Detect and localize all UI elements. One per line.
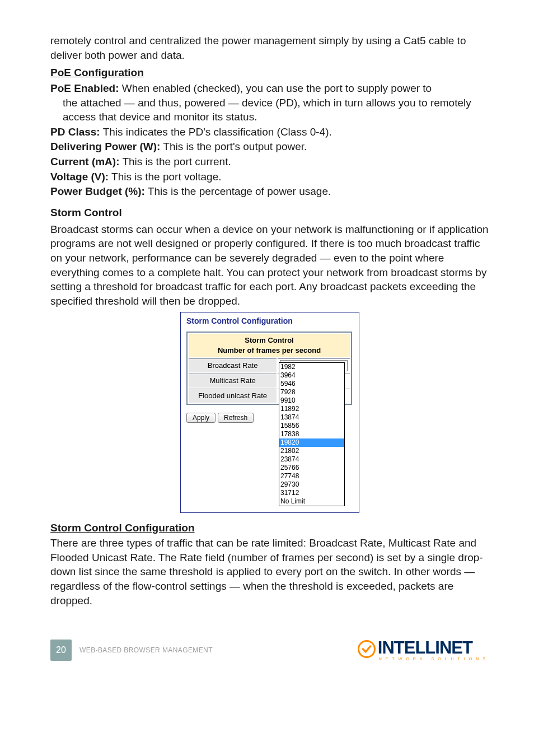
- logo-sub-text: NETWORK SOLUTIONS: [379, 657, 489, 661]
- dropdown-option[interactable]: 21802: [279, 447, 344, 455]
- dropdown-option[interactable]: 15856: [279, 422, 344, 430]
- poe-heading: PoE Configuration: [50, 66, 489, 80]
- poe-item: Delivering Power (W): This is the port's…: [50, 139, 489, 154]
- desc: This is the port voltage.: [109, 171, 221, 183]
- poe-item: Power Budget (%): This is the percentage…: [50, 184, 489, 199]
- desc: This is the port current.: [120, 156, 231, 167]
- dropdown-option[interactable]: 25766: [279, 464, 344, 472]
- dropdown-option[interactable]: 7928: [279, 388, 344, 396]
- dropdown-option[interactable]: 27748: [279, 472, 344, 480]
- dropdown-option[interactable]: No Limit: [279, 497, 344, 506]
- term-deliver-power: Delivering Power (W):: [50, 141, 160, 152]
- poe-item: Current (mA): This is the port current.: [50, 155, 489, 169]
- storm-panel: Storm Control Configuration Storm Contro…: [180, 312, 359, 513]
- storm-heading: Storm Control: [50, 206, 489, 220]
- dropdown-option[interactable]: 3964: [279, 371, 344, 380]
- desc: This is the port's output power.: [160, 141, 307, 152]
- term-voltage: Voltage (V):: [50, 171, 109, 183]
- rate-dropdown-list[interactable]: 1982396459467928991011892138741585617838…: [279, 362, 345, 506]
- th-line2: Number of frames per second: [218, 346, 321, 354]
- storm-cfg-paragraph: There are three types of traffic that ca…: [50, 536, 489, 608]
- logo-main-text: INTELLINET: [378, 639, 489, 656]
- intro-paragraph: remotely control and centralized the pow…: [50, 34, 489, 62]
- dropdown-option[interactable]: 29730: [279, 480, 344, 489]
- row-label: Multicast Rate: [189, 374, 277, 388]
- desc: When enabled (checked), you can use the …: [119, 82, 432, 94]
- row-label: Flooded unicast Rate: [189, 389, 277, 403]
- dropdown-option[interactable]: 13874: [279, 413, 344, 422]
- poe-item: PoE Enabled: When enabled (checked), you…: [50, 81, 489, 124]
- storm-paragraph: Broadcast storms can occur when a device…: [50, 222, 489, 309]
- checkmark-icon: [358, 640, 376, 658]
- poe-item: Voltage (V): This is the port voltage.: [50, 170, 489, 184]
- term-poe-enabled: PoE Enabled:: [50, 82, 119, 94]
- dropdown-option[interactable]: 9910: [279, 396, 344, 405]
- row-label: Broadcast Rate: [189, 358, 277, 372]
- term-pd-class: PD Class:: [50, 126, 100, 138]
- term-power-budget: Power Budget (%):: [50, 185, 145, 197]
- dropdown-option[interactable]: 31712: [279, 489, 344, 497]
- dropdown-option[interactable]: 19820: [279, 438, 344, 447]
- desc-cont: the attached — and thus, powered — devic…: [50, 96, 489, 124]
- desc: This indicates the PD's classification (…: [100, 126, 332, 138]
- brand-logo: INTELLINET NETWORK SOLUTIONS: [358, 639, 489, 661]
- page-footer: 20 WEB-BASED BROWSER MANAGEMENT INTELLIN…: [50, 639, 489, 661]
- storm-cfg-heading: Storm Control Configuration: [50, 521, 489, 535]
- poe-item: PD Class: This indicates the PD's classi…: [50, 125, 489, 139]
- dropdown-option[interactable]: 23874: [279, 455, 344, 464]
- apply-button[interactable]: Apply: [186, 413, 216, 423]
- dropdown-option[interactable]: 5946: [279, 380, 344, 388]
- dropdown-option[interactable]: 1982: [279, 363, 344, 371]
- storm-table-header: Storm Control Number of frames per secon…: [189, 334, 350, 357]
- dropdown-option[interactable]: 11892: [279, 405, 344, 413]
- refresh-button[interactable]: Refresh: [218, 413, 254, 423]
- dropdown-option[interactable]: 17838: [279, 430, 344, 438]
- page-number: 20: [50, 640, 72, 661]
- footer-section-label: WEB-BASED BROWSER MANAGEMENT: [79, 646, 213, 655]
- desc: This is the percentage of power usage.: [145, 185, 331, 197]
- term-current: Current (mA):: [50, 156, 120, 167]
- th-line1: Storm Control: [245, 336, 293, 344]
- storm-panel-title: Storm Control Configuration: [181, 312, 359, 332]
